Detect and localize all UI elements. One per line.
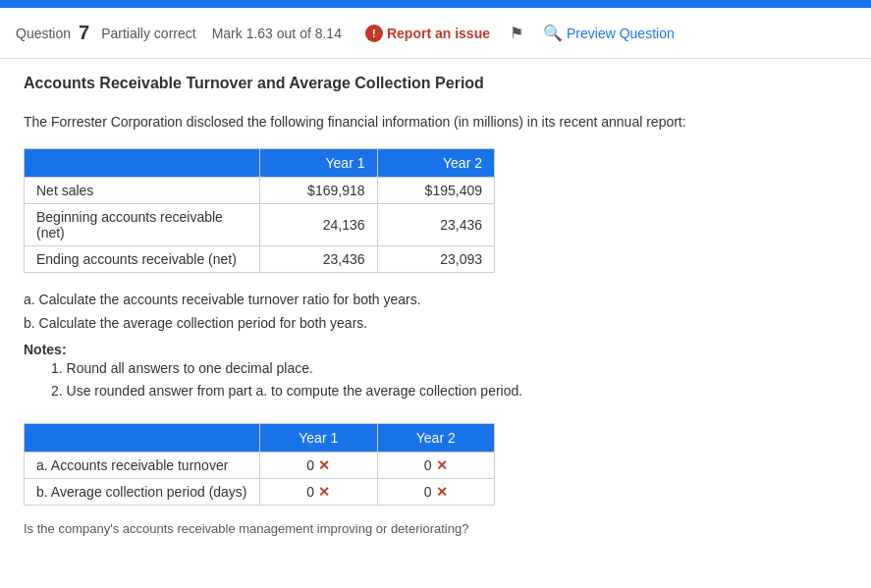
ar-turnover-year2[interactable]: 0 ✕ [377, 453, 495, 479]
collection-period-year1[interactable]: 0 ✕ [260, 479, 378, 506]
answer-header-year2: Year 2 [377, 424, 495, 453]
net-sales-year2: $195,409 [377, 178, 495, 204]
table-row: Net sales $169,918 $195,409 [25, 178, 495, 204]
row-label-net-sales: Net sales [25, 178, 260, 204]
ar-turnover-year1-number: 0 [306, 457, 314, 473]
bottom-question-text: Is the company's accounts receivable man… [24, 521, 468, 536]
table-header-empty [25, 149, 260, 178]
instruction-b: b. Calculate the average collection peri… [24, 312, 847, 336]
ar-turnover-year2-value: 0 ✕ [424, 457, 448, 473]
top-bar [0, 0, 871, 8]
report-issue-button[interactable]: ! Report an issue [365, 25, 490, 42]
collection-period-year2-value: 0 ✕ [424, 484, 448, 500]
answer-row-ar-turnover: a. Accounts receivable turnover 0 ✕ 0 ✕ [25, 453, 495, 479]
table-row: Beginning accounts receivable (net) 24,1… [25, 204, 495, 246]
answer-header-empty [25, 424, 260, 453]
question-header: Question 7 Partially correct Mark 1.63 o… [0, 8, 871, 59]
collection-period-year1-mark: ✕ [318, 484, 330, 500]
collection-period-year2-mark: ✕ [436, 484, 448, 500]
table-row: Ending accounts receivable (net) 23,436 … [25, 246, 495, 273]
question-status: Partially correct [101, 26, 195, 41]
question-number: 7 [79, 22, 89, 44]
notes-section: Notes: 1. Round all answers to one decim… [24, 342, 847, 404]
financial-data-table: Year 1 Year 2 Net sales $169,918 $195,40… [24, 148, 495, 273]
flag-icon[interactable]: ⚑ [510, 24, 523, 42]
answer-label-ar-turnover: a. Accounts receivable turnover [25, 453, 260, 479]
question-label: Question [16, 26, 71, 41]
table-header-year1: Year 1 [260, 149, 378, 178]
notes-list: 1. Round all answers to one decimal plac… [51, 357, 847, 404]
collection-period-year2[interactable]: 0 ✕ [377, 479, 495, 506]
note-2: 2. Use rounded answer from part a. to co… [51, 380, 847, 403]
collection-period-year1-value: 0 ✕ [306, 484, 330, 500]
preview-question-button[interactable]: 🔍 Preview Question [543, 24, 675, 42]
notes-title: Notes: [24, 342, 847, 357]
row-label-beginning-ar: Beginning accounts receivable (net) [25, 204, 260, 246]
main-content: Accounts Receivable Turnover and Average… [0, 59, 871, 552]
row-label-ending-ar: Ending accounts receivable (net) [25, 246, 260, 273]
bottom-question: Is the company's accounts receivable man… [24, 521, 847, 536]
ar-turnover-year2-number: 0 [424, 457, 432, 473]
instructions: a. Calculate the accounts receivable tur… [24, 289, 847, 336]
answer-row-collection-period: b. Average collection period (days) 0 ✕ … [25, 479, 495, 506]
collection-period-year2-number: 0 [424, 484, 432, 500]
net-sales-year1: $169,918 [260, 178, 378, 204]
search-icon: 🔍 [543, 24, 563, 42]
instruction-a: a. Calculate the accounts receivable tur… [24, 289, 847, 312]
answer-label-collection-period: b. Average collection period (days) [25, 479, 260, 506]
ending-ar-year2: 23,093 [377, 246, 495, 273]
ar-turnover-year1-value: 0 ✕ [306, 457, 330, 473]
note-1: 1. Round all answers to one decimal plac… [51, 357, 847, 381]
page-title: Accounts Receivable Turnover and Average… [24, 75, 847, 92]
beginning-ar-year2: 23,436 [377, 204, 495, 246]
answer-table: Year 1 Year 2 a. Accounts receivable tur… [24, 423, 495, 506]
ending-ar-year1: 23,436 [260, 246, 378, 273]
report-issue-label: Report an issue [387, 26, 490, 41]
ar-turnover-year1[interactable]: 0 ✕ [260, 453, 378, 479]
table-header-year2: Year 2 [377, 149, 495, 178]
beginning-ar-year1: 24,136 [260, 204, 378, 246]
collection-period-year1-number: 0 [306, 484, 314, 500]
alert-icon: ! [365, 25, 383, 42]
ar-turnover-year2-mark: ✕ [436, 457, 448, 473]
question-description: The Forrester Corporation disclosed the … [24, 112, 847, 133]
ar-turnover-year1-mark: ✕ [318, 457, 330, 473]
preview-question-label: Preview Question [567, 26, 675, 41]
answer-header-year1: Year 1 [260, 424, 378, 453]
question-mark: Mark 1.63 out of 8.14 [212, 26, 342, 41]
